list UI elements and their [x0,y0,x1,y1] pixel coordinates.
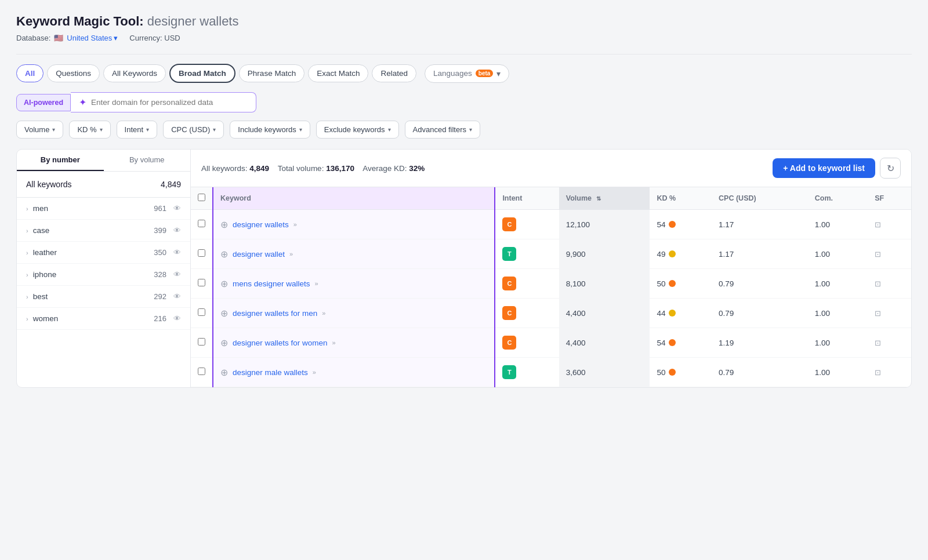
eye-icon-iphone[interactable]: 👁 [173,270,181,279]
page-wrapper: Keyword Magic Tool: designer wallets Dat… [0,0,928,560]
tab-all-keywords[interactable]: All Keywords [103,64,166,82]
intent-badge: C [502,217,516,231]
volume-cell: 4,400 [559,299,650,328]
cpc-chevron-icon: ▾ [213,126,216,133]
sidebar-count-women: 216 [154,314,166,323]
sf-cell: ⊡ [868,239,911,269]
exclude-chevron-icon: ▾ [388,126,391,133]
ai-domain-input[interactable] [91,98,248,107]
com-cell: 1.00 [808,299,868,328]
add-keyword-icon[interactable]: ⊕ [220,219,228,230]
header-divider [16,54,912,54]
all-keywords-label: All keywords: [201,164,249,173]
sidebar-item-case[interactable]: › case 399 👁 [17,220,190,242]
keyword-link[interactable]: designer wallets for men [233,309,317,318]
th-volume[interactable]: Volume ⇅ [559,187,650,210]
table-row: ⊕ designer wallets for women » C 4,400 5… [191,328,911,358]
th-checkbox [191,187,213,210]
add-keyword-icon[interactable]: ⊕ [220,367,228,378]
refresh-button[interactable]: ↻ [880,158,901,179]
com-cell: 1.00 [808,328,868,358]
th-cpc: CPC (USD) [712,187,808,210]
sidebar-keyword-best: best [33,292,48,301]
sidebar-item-best[interactable]: › best 292 👁 [17,286,190,308]
add-to-keyword-list-button[interactable]: + Add to keyword list [773,158,875,178]
eye-icon-women[interactable]: 👁 [173,314,181,323]
intent-badge: T [502,247,516,261]
filter-volume[interactable]: Volume ▾ [16,121,63,139]
keyword-link[interactable]: mens designer wallets [233,279,310,288]
keyword-chevrons-icon: » [293,221,297,228]
row-checkbox[interactable] [198,308,205,316]
keyword-chevrons-icon: » [332,339,336,346]
sidebar-count-case: 399 [154,226,166,235]
sf-icon: ⊡ [875,250,881,259]
kd-dot [669,339,676,346]
add-keyword-icon[interactable]: ⊕ [220,278,228,289]
sf-icon: ⊡ [875,279,881,288]
keyword-link[interactable]: designer wallets [233,220,289,229]
sidebar-tab-by-number[interactable]: By number [17,150,104,171]
keyword-link[interactable]: designer male wallets [233,368,308,377]
eye-icon-men[interactable]: 👁 [173,204,181,213]
com-cell: 1.00 [808,358,868,387]
tab-languages[interactable]: Languages beta ▾ [425,64,509,83]
intent-cell: C [495,269,559,299]
keyword-link[interactable]: designer wallets for women [233,339,328,347]
eye-icon-best[interactable]: 👁 [173,292,181,301]
keyword-link[interactable]: designer wallet [233,250,285,259]
add-keyword-icon[interactable]: ⊕ [220,308,228,319]
keyword-chevrons-icon: » [289,250,293,257]
eye-icon-case[interactable]: 👁 [173,226,181,235]
filter-exclude-keywords[interactable]: Exclude keywords ▾ [316,121,399,139]
chevron-right-icon: › [26,227,28,234]
row-checkbox[interactable] [198,338,205,346]
keyword-cell: ⊕ designer wallets for women » [213,328,495,358]
sf-icon: ⊡ [875,368,881,377]
ai-input-wrapper: ✦ [71,92,256,112]
eye-icon-leather[interactable]: 👁 [173,248,181,257]
row-checkbox[interactable] [198,220,205,227]
database-link[interactable]: United States ▾ [67,34,118,42]
tab-questions[interactable]: Questions [47,64,100,82]
main-content: By number By volume All keywords 4,849 ›… [16,149,912,388]
sidebar-keyword-women: women [33,314,59,323]
sidebar-item-leather[interactable]: › leather 350 👁 [17,242,190,264]
cpc-cell: 0.79 [712,299,808,328]
cpc-cell: 1.17 [712,210,808,239]
title-keyword: designer wallets [147,14,239,28]
tab-broad-match[interactable]: Broad Match [169,64,235,83]
th-sf: SF [868,187,911,210]
filter-cpc[interactable]: CPC (USD) ▾ [163,121,224,139]
sidebar-item-women[interactable]: › women 216 👁 [17,308,190,330]
chevron-right-icon: › [26,271,28,278]
filters-row: Volume ▾ KD % ▾ Intent ▾ CPC (USD) ▾ Inc… [16,121,912,139]
sidebar-item-men[interactable]: › men 961 👁 [17,198,190,220]
keyword-cell: ⊕ designer male wallets » [213,358,495,387]
page-title: Keyword Magic Tool: designer wallets [16,14,912,29]
tab-exact-match[interactable]: Exact Match [308,64,368,82]
volume-cell: 8,100 [559,269,650,299]
th-com: Com. [808,187,868,210]
add-keyword-icon[interactable]: ⊕ [220,249,228,260]
row-checkbox[interactable] [198,368,205,375]
volume-sort-icon: ⇅ [596,195,601,202]
sidebar-item-iphone[interactable]: › iphone 328 👁 [17,264,190,286]
filter-advanced[interactable]: Advanced filters ▾ [405,121,481,139]
sidebar-tab-by-volume[interactable]: By volume [104,150,191,171]
table-row: ⊕ designer wallet » T 9,900 49 1.17 [191,239,911,269]
filter-kd[interactable]: KD % ▾ [69,121,110,139]
add-keyword-icon[interactable]: ⊕ [220,337,228,348]
select-all-checkbox[interactable] [198,194,205,201]
filter-include-keywords[interactable]: Include keywords ▾ [230,121,310,139]
row-checkbox[interactable] [198,249,205,257]
tab-all[interactable]: All [16,64,44,82]
row-checkbox-cell [191,210,213,239]
intent-cell: C [495,328,559,358]
intent-badge: C [502,306,516,320]
tab-phrase-match[interactable]: Phrase Match [239,64,304,82]
keyword-cell: ⊕ mens designer wallets » [213,269,495,299]
row-checkbox[interactable] [198,279,205,286]
filter-intent[interactable]: Intent ▾ [117,121,158,139]
tab-related[interactable]: Related [372,64,416,82]
